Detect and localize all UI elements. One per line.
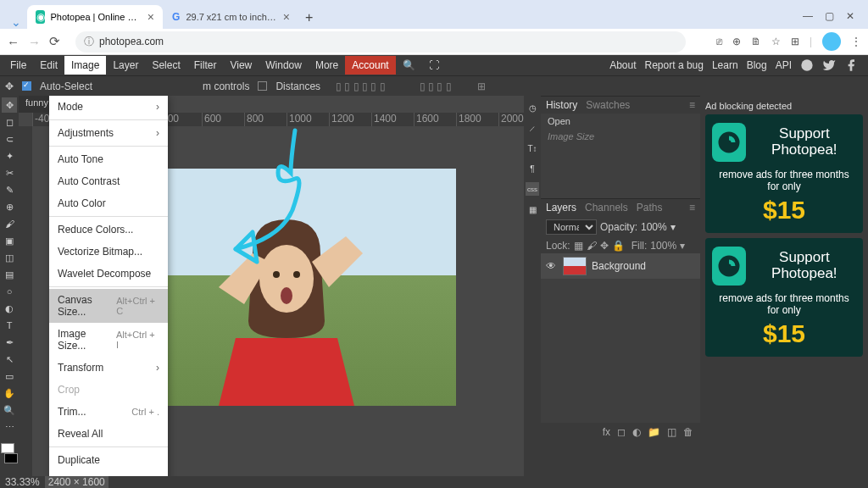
menu-mode[interactable]: Mode›	[49, 96, 168, 118]
distances-checkbox[interactable]	[258, 81, 267, 91]
menu-auto-color[interactable]: Auto Color	[49, 192, 168, 214]
marquee-tool[interactable]: ◻	[2, 114, 17, 130]
twitter-icon[interactable]	[822, 58, 836, 72]
pen-tool[interactable]: ✒	[2, 335, 17, 350]
browser-tab[interactable]: G 29.7 x21 cm to inches - Google ×	[163, 5, 298, 29]
lock-brush-icon[interactable]: 🖌	[587, 240, 597, 252]
shape-tool[interactable]: ▭	[2, 369, 17, 384]
search-icon[interactable]: 🔍	[396, 56, 422, 75]
lock-all-icon[interactable]: 🔒	[612, 240, 625, 252]
menu-api[interactable]: API	[776, 59, 792, 71]
menu-auto-contrast[interactable]: Auto Contrast	[49, 170, 168, 192]
channels-tab[interactable]: Channels	[585, 202, 628, 214]
heal-tool[interactable]: ⊕	[2, 199, 17, 214]
layers-tab[interactable]: Layers	[546, 202, 576, 214]
menu-auto-tone[interactable]: Auto Tone	[49, 148, 168, 170]
stamp-tool[interactable]: ▣	[2, 233, 17, 248]
blend-mode-select[interactable]: Normal	[546, 219, 597, 235]
dodge-tool[interactable]: ◐	[2, 301, 17, 316]
menu-learn[interactable]: Learn	[712, 59, 738, 71]
paths-tab[interactable]: Paths	[637, 202, 663, 214]
background-color[interactable]	[4, 453, 18, 463]
history-item[interactable]: Image Size	[541, 129, 700, 144]
menu-apply-image[interactable]: Apply Image...	[49, 471, 168, 476]
brush-tool[interactable]: 🖌	[2, 216, 17, 231]
history-item[interactable]: Open	[541, 114, 700, 129]
layer-row[interactable]: 👁 Background	[541, 253, 700, 279]
profile-avatar[interactable]	[822, 32, 841, 51]
menu-edit[interactable]: Edit	[33, 56, 64, 75]
menu-canvas-size[interactable]: Canvas Size...Alt+Ctrl + C	[49, 289, 168, 323]
menu-report[interactable]: Report a bug	[645, 59, 704, 71]
lock-move-icon[interactable]: ✥	[600, 240, 609, 252]
menu-about[interactable]: About	[609, 59, 636, 71]
opacity-value[interactable]: 100%	[641, 221, 667, 233]
maximize-icon[interactable]: ▢	[825, 10, 834, 22]
close-icon[interactable]: ×	[283, 10, 290, 24]
gradient-tool[interactable]: ▤	[2, 267, 17, 282]
menu-layer[interactable]: Layer	[106, 56, 145, 75]
visibility-icon[interactable]: 👁	[546, 260, 558, 272]
menu-trim[interactable]: Trim...Ctrl + .	[49, 401, 168, 423]
chevron-down-icon[interactable]: ⌄	[5, 15, 27, 29]
fullscreen-icon[interactable]: ⛶	[422, 56, 446, 75]
paragraph-icon[interactable]: ¶	[526, 162, 539, 175]
blur-tool[interactable]: ○	[2, 284, 17, 299]
menu-reduce-colors[interactable]: Reduce Colors...	[49, 219, 168, 241]
menu-adjustments[interactable]: Adjustments›	[49, 122, 168, 144]
grid-icon[interactable]: ⊞	[477, 80, 486, 92]
collapse-icon[interactable]: ≡	[689, 202, 695, 214]
wand-tool[interactable]: ✦	[2, 148, 17, 164]
eraser-tool[interactable]: ◫	[2, 250, 17, 265]
menu-account[interactable]: Account	[345, 56, 395, 75]
cast-icon[interactable]: ⎚	[716, 36, 722, 47]
menu-more[interactable]: More	[309, 56, 345, 75]
collapse-icon[interactable]: ≡	[689, 99, 695, 111]
bookmark-icon[interactable]: ☆	[771, 36, 781, 47]
new-tab-button[interactable]: +	[298, 7, 320, 29]
hand-tool[interactable]: ✋	[2, 385, 17, 401]
extensions-icon[interactable]: ⊞	[791, 36, 799, 47]
menu-duplicate[interactable]: Duplicate	[49, 449, 168, 471]
back-button[interactable]: ←	[7, 35, 19, 49]
site-info-icon[interactable]: ⓘ	[84, 35, 94, 49]
reddit-icon[interactable]	[800, 58, 814, 72]
reload-button[interactable]: ⟳	[49, 34, 60, 49]
menu-blog[interactable]: Blog	[747, 59, 767, 71]
type-tool[interactable]: T	[2, 318, 17, 333]
menu-file[interactable]: File	[3, 56, 33, 75]
menu-wavelet[interactable]: Wavelet Decompose	[49, 263, 168, 285]
facebook-icon[interactable]	[844, 58, 858, 72]
zoom-tool[interactable]: 🔍	[2, 402, 17, 418]
text-icon[interactable]: T↕	[526, 141, 539, 155]
menu-filter[interactable]: Filter	[187, 56, 224, 75]
distribute-icons[interactable]: ▯ ▯ ▯ ▯	[420, 80, 452, 92]
menu-image-size[interactable]: Image Size...Alt+Ctrl + I	[49, 323, 168, 357]
forward-button[interactable]: →	[28, 35, 41, 49]
menu-view[interactable]: View	[223, 56, 259, 75]
adjustment-icon[interactable]: ◐	[632, 426, 641, 438]
dropdown-icon[interactable]: ▾	[680, 240, 685, 252]
trash-icon[interactable]: 🗑	[683, 426, 693, 438]
lock-transparent-icon[interactable]: ▦	[574, 240, 583, 252]
menu-window[interactable]: Window	[259, 56, 309, 75]
translate-icon[interactable]: ⊕	[732, 36, 741, 47]
menu-vectorize[interactable]: Vectorize Bitmap...	[49, 241, 168, 263]
move-tool[interactable]: ✥	[2, 97, 17, 113]
new-layer-icon[interactable]: ◫	[667, 426, 676, 438]
lasso-tool[interactable]: ⊂	[2, 131, 17, 147]
fx-icon[interactable]: fx	[603, 426, 610, 438]
close-icon[interactable]: ×	[147, 10, 154, 24]
fill-value[interactable]: 100%	[650, 240, 676, 252]
close-icon[interactable]: ✕	[846, 10, 854, 22]
swatches-icon[interactable]: ▦	[526, 202, 539, 216]
minimize-icon[interactable]: —	[803, 10, 813, 22]
zoom-level[interactable]: 33.33%	[5, 476, 40, 488]
char-icon[interactable]: ⟋	[526, 121, 539, 135]
autoselect-checkbox[interactable]	[22, 81, 31, 91]
history-tab[interactable]: History	[546, 99, 577, 111]
crop-tool[interactable]: ✂	[2, 165, 17, 180]
ad-card[interactable]: Support Photopea! remove ads for three m…	[705, 114, 863, 233]
mask-icon[interactable]: ◻	[617, 426, 626, 438]
align-icons[interactable]: ▯ ▯ ▯ ▯ ▯ ▯	[336, 80, 386, 92]
